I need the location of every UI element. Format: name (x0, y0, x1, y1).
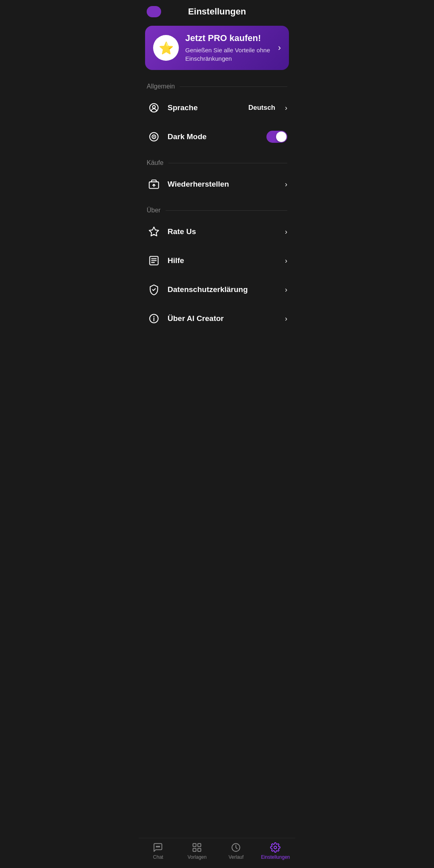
rate-us-chevron-icon: › (285, 228, 287, 236)
menu-item-uber-ai[interactable]: Über AI Creator › (139, 304, 295, 333)
uber-ai-icon (147, 311, 161, 326)
darkmode-label: Dark Mode (168, 132, 260, 141)
darkmode-icon (147, 130, 161, 144)
datenschutz-label: Datenschutzerklärung (168, 285, 278, 294)
pro-chevron-icon: › (278, 43, 281, 53)
menu-item-hilfe[interactable]: Hilfe › (139, 246, 295, 275)
content-area: ⭐ Jetzt PRO kaufen! Genießen Sie alle Vo… (139, 26, 295, 373)
toggle-track (266, 131, 287, 143)
menu-item-wiederherstellen[interactable]: Wiederherstellen › (139, 170, 295, 199)
header: Einstellungen (139, 0, 295, 21)
rate-us-label: Rate Us (168, 227, 278, 236)
datenschutz-icon (147, 282, 161, 297)
wiederherstellen-label: Wiederherstellen (168, 180, 278, 189)
app-logo (147, 6, 161, 17)
wiederherstellen-chevron-icon: › (285, 180, 287, 189)
menu-item-darkmode[interactable]: Dark Mode (139, 122, 295, 151)
star-icon: ⭐ (159, 41, 174, 55)
uber-ai-label: Über AI Creator (168, 314, 278, 323)
wiederherstellen-icon (147, 177, 161, 191)
svg-point-1 (153, 105, 156, 108)
svg-point-4 (153, 136, 155, 138)
pro-icon: ⭐ (153, 35, 179, 61)
menu-item-sprache[interactable]: Sprache Deutsch › (139, 93, 295, 122)
menu-item-datenschutz[interactable]: Datenschutzerklärung › (139, 275, 295, 304)
section-label-allgemein: Allgemein (139, 75, 295, 93)
page-title: Einstellungen (188, 6, 246, 17)
rate-us-icon (147, 224, 161, 239)
darkmode-toggle[interactable] (266, 131, 287, 143)
pro-text-area: Jetzt PRO kaufen! Genießen Sie alle Vort… (185, 33, 272, 63)
section-label-kaufe: Käufe (139, 151, 295, 170)
toggle-thumb (276, 132, 287, 142)
hilfe-label: Hilfe (168, 256, 278, 265)
pro-title: Jetzt PRO kaufen! (185, 33, 272, 43)
pro-banner[interactable]: ⭐ Jetzt PRO kaufen! Genießen Sie alle Vo… (145, 26, 289, 70)
section-label-uber: Über (139, 199, 295, 217)
sprache-value: Deutsch (248, 104, 275, 112)
pro-subtitle: Genießen Sie alle Vorteile ohne Einschrä… (185, 46, 272, 63)
sprache-icon (147, 101, 161, 115)
sprache-label: Sprache (168, 103, 242, 112)
uber-ai-chevron-icon: › (285, 315, 287, 323)
sprache-chevron-icon: › (285, 104, 287, 112)
svg-marker-9 (149, 227, 158, 236)
hilfe-icon (147, 253, 161, 268)
menu-item-rate-us[interactable]: Rate Us › (139, 217, 295, 246)
datenschutz-chevron-icon: › (285, 286, 287, 294)
hilfe-chevron-icon: › (285, 257, 287, 265)
